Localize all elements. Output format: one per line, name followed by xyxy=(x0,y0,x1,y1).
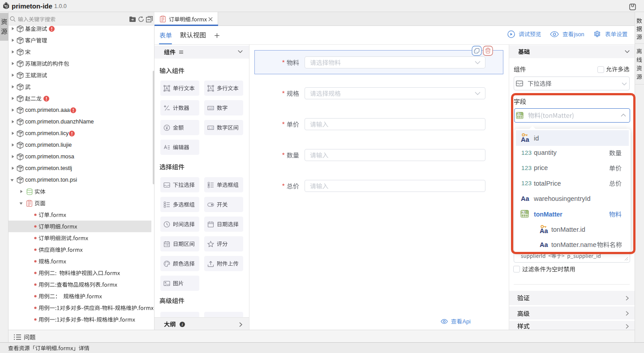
svg-text:1~3: 1~3 xyxy=(209,127,213,129)
svg-text:123: 123 xyxy=(209,107,213,110)
